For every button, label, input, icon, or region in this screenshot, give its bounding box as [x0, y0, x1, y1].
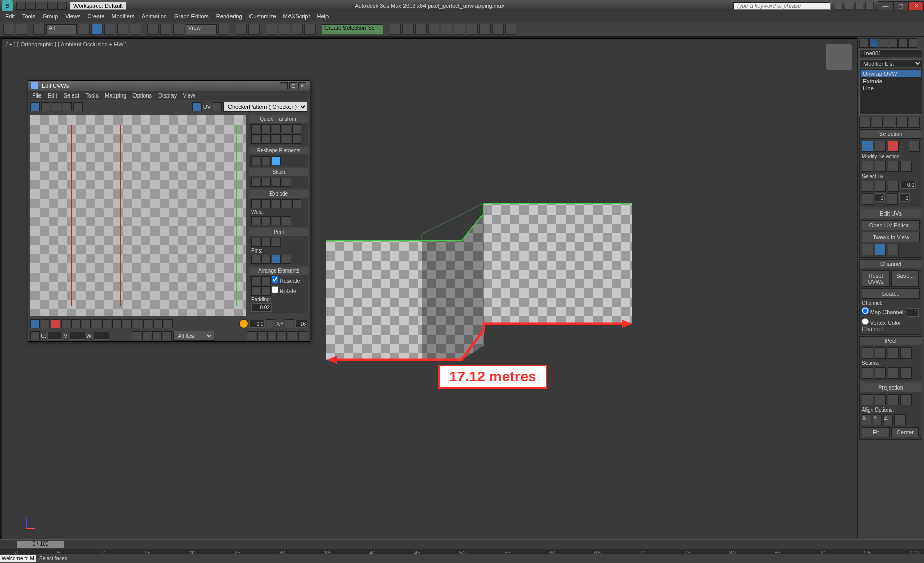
re-btn[interactable] [261, 156, 271, 165]
uv-abs-button[interactable] [30, 331, 40, 340]
uv-elem-button[interactable] [61, 319, 70, 328]
create-tab[interactable] [859, 38, 869, 48]
uv-rotate-button[interactable] [41, 102, 50, 111]
uv-freeform-button[interactable] [63, 102, 72, 111]
uv-menu-edit[interactable]: Edit [48, 92, 57, 99]
uv-roll-explode[interactable]: Explode [249, 190, 308, 198]
seam-b[interactable] [862, 367, 873, 379]
uv-zoom-button[interactable] [257, 331, 266, 340]
uv-roll-arrange[interactable]: Arrange Elements [249, 267, 308, 275]
menu-maxscript[interactable]: MAXScript [283, 13, 310, 20]
peel-b[interactable] [900, 347, 912, 359]
snap-toggle-button[interactable] [266, 24, 277, 35]
qt-btn[interactable] [272, 134, 281, 144]
vertex-so-button[interactable] [862, 141, 873, 152]
uv-max-button[interactable]: ▢ [289, 82, 297, 89]
viewport[interactable]: [ + ] [ Orthographic ] [ Ambient Occlusi… [2, 38, 857, 539]
uv-b[interactable] [112, 319, 122, 328]
roll-channel[interactable]: Channel [860, 260, 922, 268]
ex-btn[interactable] [282, 199, 291, 208]
curve-editor-button[interactable] [441, 24, 452, 35]
select-region-button[interactable] [117, 24, 128, 35]
selby-btn[interactable] [862, 181, 873, 192]
u-input[interactable] [47, 332, 63, 340]
rotate-button[interactable] [160, 24, 171, 35]
uv-roll-reshape[interactable]: Reshape Elements [249, 147, 308, 154]
st-btn[interactable] [261, 178, 271, 187]
render-setup-button[interactable] [479, 24, 491, 35]
qt-btn[interactable] [261, 124, 271, 133]
stack-line[interactable]: Line [861, 85, 921, 92]
qt-btn[interactable] [282, 134, 291, 144]
uv-vert-button[interactable] [30, 319, 40, 328]
selby-val3[interactable] [899, 193, 910, 202]
proj-box-button[interactable] [900, 394, 912, 405]
save-icon[interactable] [37, 2, 46, 10]
uv-show-map-button[interactable] [192, 102, 202, 111]
uv-b[interactable] [102, 319, 111, 328]
uv-sync-button[interactable] [71, 319, 81, 328]
menu-animation[interactable]: Animation [142, 13, 167, 20]
uv-min-button[interactable]: — [280, 82, 288, 89]
weld-btn[interactable] [261, 216, 271, 225]
save-uvs-button[interactable]: Save... [891, 270, 919, 287]
manipulate-button[interactable] [236, 24, 247, 35]
uv-map-dropdown[interactable]: CheckerPattern ( Checker ) [223, 102, 307, 112]
ex-btn[interactable] [251, 199, 260, 208]
edge-so-button[interactable] [875, 141, 886, 152]
open-uv-editor-button[interactable]: Open UV Editor... [862, 220, 920, 230]
tweak-in-view-button[interactable]: Tweak In View [862, 232, 920, 242]
infocenter-icon[interactable] [835, 2, 843, 10]
stack-unwrap-uvw[interactable]: Unwrap UVW [861, 70, 921, 77]
align-b[interactable] [894, 414, 906, 425]
uv-b[interactable] [142, 331, 151, 340]
qt-btn[interactable] [272, 124, 281, 133]
seam-b[interactable] [900, 367, 912, 379]
pin-btn[interactable] [272, 255, 281, 264]
quick-peel-button[interactable] [875, 244, 886, 255]
pin-btn[interactable] [261, 255, 271, 264]
link-button[interactable] [33, 24, 45, 35]
move-button[interactable] [147, 24, 159, 35]
menu-tools[interactable]: Tools [22, 13, 35, 20]
uv-soft-button[interactable] [239, 319, 248, 328]
select-name-button[interactable] [104, 24, 116, 35]
uv-lock-button[interactable] [132, 331, 141, 340]
fit-button[interactable]: Fit [862, 427, 890, 437]
ex-btn[interactable] [272, 199, 281, 208]
element-so-button[interactable] [909, 141, 920, 152]
qt-btn[interactable] [251, 134, 260, 144]
menu-customize[interactable]: Customize [249, 13, 276, 20]
weld-btn[interactable] [251, 216, 260, 225]
menu-edit[interactable]: Edit [5, 13, 15, 20]
uv-close-button[interactable]: ✕ [298, 82, 306, 89]
st-btn[interactable] [272, 178, 281, 187]
close-button[interactable]: ✕ [909, 1, 924, 10]
undo-button[interactable] [3, 24, 14, 35]
menu-create[interactable]: Create [87, 13, 104, 20]
render-button[interactable] [505, 24, 516, 35]
uv-menu-tools[interactable]: Tools [85, 92, 99, 99]
uv-menu-mapping[interactable]: Mapping [105, 92, 126, 99]
motion-tab[interactable] [889, 38, 898, 48]
selby-val1[interactable] [900, 181, 916, 189]
scale-button[interactable] [173, 24, 184, 35]
selection-filter-dropdown[interactable]: All [46, 24, 77, 34]
uv-zoomreg-button[interactable] [278, 331, 287, 340]
uv-scale-button[interactable] [52, 102, 61, 111]
spinner-snap-button[interactable] [304, 24, 316, 35]
qt-btn[interactable] [292, 124, 301, 133]
vcolor-radio[interactable] [862, 318, 869, 325]
uv-zoomex-button[interactable] [267, 331, 277, 340]
uv-b[interactable] [133, 319, 142, 328]
ex-btn[interactable] [261, 199, 271, 208]
rotate-checkbox[interactable] [272, 286, 278, 293]
app-logo-icon[interactable]: S [2, 0, 13, 11]
object-name-input[interactable] [859, 49, 922, 57]
roll-edituvs[interactable]: Edit UVs [860, 209, 922, 218]
quick-planar-button[interactable] [862, 244, 873, 255]
redo-button[interactable] [16, 24, 27, 35]
percent-snap-button[interactable] [292, 24, 303, 35]
qt-btn[interactable] [292, 134, 301, 144]
rescale-checkbox[interactable] [272, 276, 278, 283]
